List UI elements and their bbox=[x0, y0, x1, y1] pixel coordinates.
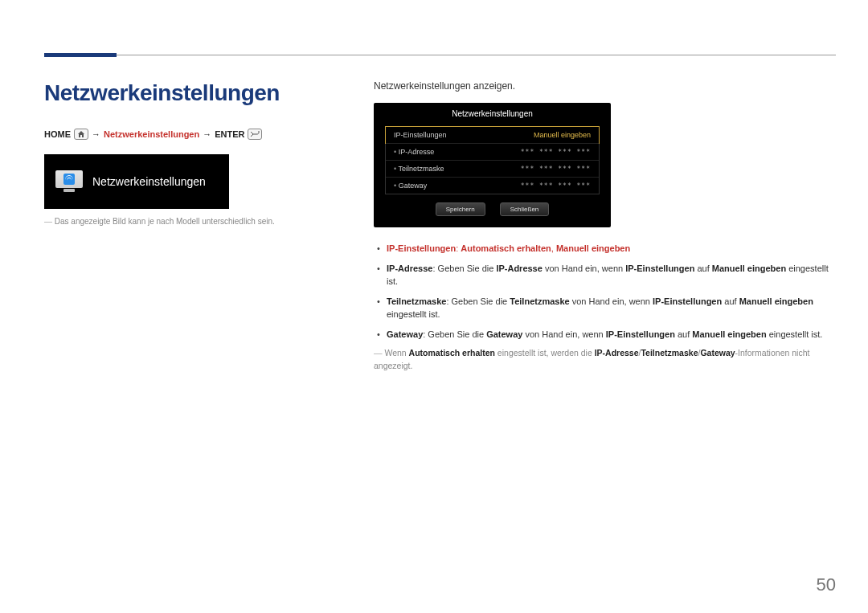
panel-row-label: IP-Einstellungen bbox=[394, 131, 447, 139]
panel-row-label: Teilnetzmaske bbox=[394, 165, 444, 173]
panel-row-subnet[interactable]: Teilnetzmaske *** *** *** *** bbox=[386, 160, 599, 177]
menu-tile-label: Netzwerkeinstellungen bbox=[92, 175, 206, 188]
term: IP-Adresse bbox=[387, 264, 432, 273]
option: Manuell eingeben bbox=[556, 243, 630, 253]
menu-tile: Netzwerkeinstellungen bbox=[44, 154, 229, 209]
breadcrumb-home: HOME bbox=[44, 129, 71, 139]
term: Gateway bbox=[387, 329, 423, 339]
breadcrumb-section: Netzwerkeinstellungen bbox=[104, 129, 199, 139]
breadcrumb-enter: ENTER bbox=[215, 129, 244, 139]
panel-row-gateway[interactable]: Gateway *** *** *** *** bbox=[386, 177, 599, 194]
term: Teilnetzmaske bbox=[387, 296, 446, 306]
top-rule bbox=[44, 55, 836, 55]
page-title: Netzwerkeinstellungen bbox=[44, 80, 342, 106]
list-item: IP-Adresse: Geben Sie die IP-Adresse von… bbox=[374, 262, 836, 288]
panel-row-value: *** *** *** *** bbox=[521, 149, 591, 156]
panel-row-label: IP-Adresse bbox=[394, 148, 434, 156]
list-item: IP-Einstellungen: Automatisch erhalten, … bbox=[374, 242, 836, 255]
page-number: 50 bbox=[817, 574, 836, 595]
panel-box: IP-Einstellungen Manuell eingeben IP-Adr… bbox=[385, 126, 600, 194]
panel-row-ip-address[interactable]: IP-Adresse *** *** *** *** bbox=[386, 143, 599, 160]
section-accent-bar bbox=[44, 53, 117, 57]
left-footnote: Das angezeigte Bild kann je nach Modell … bbox=[44, 217, 342, 226]
list-item: Teilnetzmaske: Geben Sie die Teilnetzmas… bbox=[374, 295, 836, 321]
save-button[interactable]: Speichern bbox=[436, 202, 485, 216]
panel-buttons: Speichern Schließen bbox=[374, 202, 611, 216]
left-column: Netzwerkeinstellungen HOME → Netzwerkein… bbox=[44, 80, 342, 373]
page-content: Netzwerkeinstellungen HOME → Netzwerkein… bbox=[44, 80, 836, 373]
term: IP-Einstellungen bbox=[387, 243, 456, 253]
intro-text: Netzwerkeinstellungen anzeigen. bbox=[374, 80, 836, 92]
breadcrumb-arrow: → bbox=[92, 129, 100, 139]
option: Automatisch erhalten bbox=[461, 243, 551, 253]
close-button[interactable]: Schließen bbox=[500, 202, 550, 216]
panel-row-value: *** *** *** *** bbox=[521, 182, 591, 190]
panel-row-label: Gateway bbox=[394, 182, 427, 190]
breadcrumb: HOME → Netzwerkeinstellungen → ENTER bbox=[44, 129, 342, 140]
settings-panel: Netzwerkeinstellungen IP-Einstellungen M… bbox=[374, 103, 611, 227]
list-item: Gateway: Geben Sie die Gateway von Hand … bbox=[374, 328, 836, 341]
enter-icon bbox=[248, 129, 262, 140]
network-monitor-icon bbox=[55, 170, 83, 193]
home-icon bbox=[74, 129, 88, 140]
note-text: Wenn Automatisch erhalten eingestellt is… bbox=[374, 347, 836, 373]
right-column: Netzwerkeinstellungen anzeigen. Netzwerk… bbox=[374, 80, 836, 373]
description-list: IP-Einstellungen: Automatisch erhalten, … bbox=[374, 242, 836, 341]
panel-row-ip-settings[interactable]: IP-Einstellungen Manuell eingeben bbox=[385, 126, 600, 144]
panel-row-value: *** *** *** *** bbox=[521, 166, 591, 173]
panel-title: Netzwerkeinstellungen bbox=[374, 109, 611, 123]
breadcrumb-arrow: → bbox=[203, 129, 211, 139]
panel-row-value: Manuell eingeben bbox=[534, 131, 591, 139]
